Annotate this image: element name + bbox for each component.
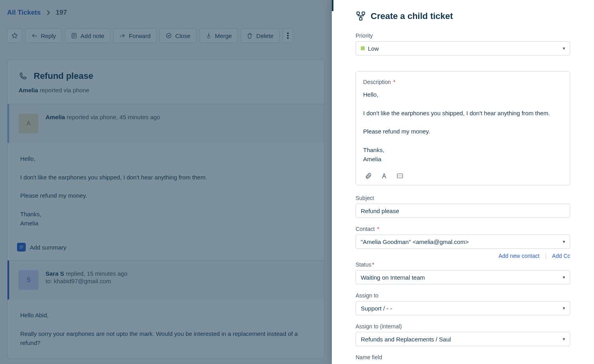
panel-title-row: Create a child ticket <box>356 11 570 21</box>
reply-button[interactable]: Reply <box>25 29 62 43</box>
breadcrumb-ticket-id: 197 <box>56 9 67 17</box>
merge-button[interactable]: Merge <box>200 29 238 43</box>
message-header[interactable]: A Amelia reported via phone, 45 minutes … <box>8 104 324 143</box>
phone-icon <box>19 72 27 80</box>
contact-field: Contact * "Amelia Goodman" <amelia@gmal.… <box>356 226 570 259</box>
status-select[interactable]: Waiting on Internal team ▾ <box>356 270 570 284</box>
priority-label: Priority <box>356 32 570 39</box>
assign-internal-select[interactable]: Refunds and Replacements / Saul ▾ <box>356 332 570 346</box>
chevron-down-icon: ▾ <box>563 46 565 51</box>
assign-internal-field: Assign to (internal) Refunds and Replace… <box>356 323 570 346</box>
create-child-ticket-panel: Create a child ticket Priority Low ▾ Des… <box>332 0 594 364</box>
message-to-line: to: khabid97@gmail.com <box>46 278 128 284</box>
contact-select[interactable]: "Amelia Goodman" <amelia@gmal.com> ▾ <box>356 234 570 249</box>
description-editor[interactable]: Hello,I don't like the earphones you shi… <box>363 90 563 164</box>
description-field: Description * Hello,I don't like the ear… <box>356 71 570 185</box>
message-block: S Sara S replied, 15 minutes ago to: kha… <box>8 260 324 358</box>
breadcrumb: All Tickets 197 <box>7 9 325 17</box>
delete-label: Delete <box>256 32 273 39</box>
close-panel-button[interactable] <box>332 0 333 11</box>
name-field-label: Name field <box>356 354 570 360</box>
svg-rect-7 <box>360 17 362 20</box>
add-cc-link[interactable]: Add Cc <box>552 253 570 259</box>
more-button[interactable] <box>283 29 293 43</box>
priority-select[interactable]: Low ▾ <box>356 41 570 55</box>
ticket-card: Refund please Amelia reported via phone … <box>7 59 325 359</box>
panel-title: Create a child ticket <box>371 11 453 21</box>
priority-field: Priority Low ▾ <box>356 32 570 55</box>
svg-point-10 <box>400 175 401 176</box>
ticket-toolbar: Reply Add note Forward Close Merge Delet… <box>7 29 325 43</box>
attach-icon[interactable] <box>365 172 372 179</box>
subject-label: Subject <box>356 195 570 201</box>
svg-rect-6 <box>362 12 365 15</box>
status-value: Waiting on Internal team <box>361 274 425 281</box>
add-note-label: Add note <box>80 32 104 39</box>
assign-select[interactable]: Support / - - ▾ <box>356 301 570 315</box>
chevron-down-icon: ▾ <box>563 239 565 244</box>
svg-point-3 <box>287 35 288 36</box>
forward-button[interactable]: Forward <box>113 29 156 43</box>
ticket-subtitle: Amelia reported via phone <box>19 87 313 93</box>
message-block: A Amelia reported via phone, 45 minutes … <box>8 104 324 260</box>
priority-value: Low <box>368 45 379 52</box>
priority-low-dot-icon <box>361 46 365 50</box>
svg-point-4 <box>287 37 288 38</box>
summary-icon <box>17 243 26 252</box>
contact-actions: Add new contact | Add Cc <box>356 253 570 259</box>
canned-response-icon[interactable] <box>396 172 404 179</box>
subject-input[interactable] <box>361 204 565 217</box>
child-ticket-icon <box>356 11 366 21</box>
add-new-contact-link[interactable]: Add new contact <box>499 253 540 259</box>
delete-button[interactable]: Delete <box>241 29 279 43</box>
close-button[interactable]: Close <box>160 29 196 43</box>
separator: | <box>545 253 546 259</box>
star-button[interactable] <box>7 29 22 43</box>
avatar: A <box>19 114 38 133</box>
merge-label: Merge <box>215 32 232 39</box>
svg-point-2 <box>287 32 288 34</box>
svg-rect-8 <box>397 174 403 178</box>
reply-label: Reply <box>41 32 56 39</box>
message-author-line: Sara S replied, 15 minutes ago <box>46 270 128 277</box>
forward-label: Forward <box>129 32 150 39</box>
chevron-down-icon: ▾ <box>563 274 565 280</box>
message-body: Hello Abid,Really sorry your earphones a… <box>8 299 324 358</box>
avatar: S <box>19 270 38 290</box>
message-body: Hello,I don't like the earphones you shi… <box>8 143 324 239</box>
breadcrumb-root[interactable]: All Tickets <box>7 9 41 17</box>
add-summary-label: Add summary <box>30 244 67 251</box>
close-label: Close <box>175 32 190 39</box>
assign-internal-label: Assign to (internal) <box>356 323 570 330</box>
name-field: Name field <box>356 354 570 360</box>
svg-point-1 <box>166 33 171 38</box>
assign-label: Assign to <box>356 292 570 299</box>
status-label: Status* <box>356 261 570 268</box>
ticket-title: Refund please <box>34 71 93 81</box>
chevron-down-icon: ▾ <box>563 336 565 342</box>
contact-value: "Amelia Goodman" <amelia@gmal.com> <box>361 238 469 245</box>
chevron-right-icon <box>46 10 50 15</box>
contact-label: Contact * <box>356 226 570 232</box>
message-author-line: Amelia reported via phone, 45 minutes ag… <box>46 114 160 120</box>
text-format-icon[interactable] <box>381 172 388 179</box>
subject-field: Subject <box>356 195 570 218</box>
add-note-button[interactable]: Add note <box>65 29 110 43</box>
add-summary-button[interactable]: Add summary <box>8 239 324 260</box>
chevron-down-icon: ▾ <box>563 305 565 311</box>
message-header[interactable]: S Sara S replied, 15 minutes ago to: kha… <box>8 261 324 299</box>
description-toolbar <box>363 172 563 179</box>
description-label: Description * <box>363 79 563 85</box>
assign-internal-value: Refunds and Replacements / Saul <box>361 336 451 343</box>
assign-field: Assign to Support / - - ▾ <box>356 292 570 315</box>
svg-rect-5 <box>357 12 360 15</box>
assign-value: Support / - - <box>361 305 392 312</box>
svg-point-9 <box>399 175 400 176</box>
status-field: Status* Waiting on Internal team ▾ <box>356 261 570 284</box>
ticket-pane: All Tickets 197 Reply Add note Forward C… <box>0 0 332 364</box>
